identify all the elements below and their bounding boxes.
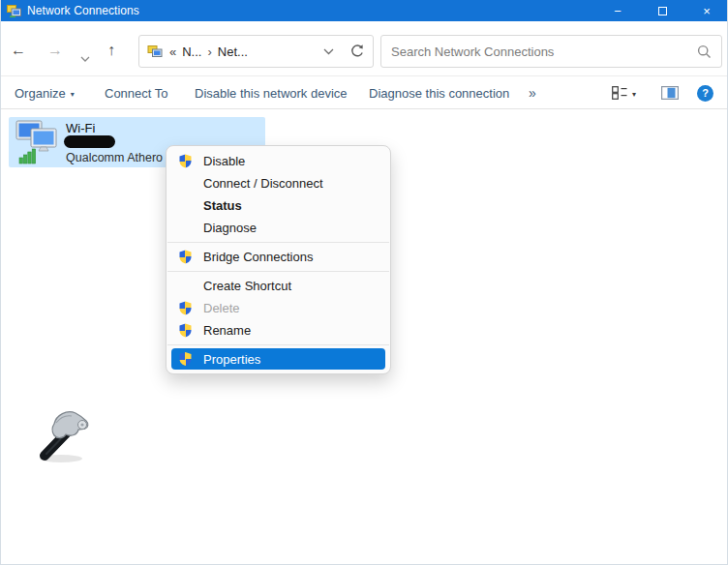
help-icon: ? bbox=[697, 85, 713, 102]
search-box bbox=[380, 35, 722, 68]
maximize-icon bbox=[658, 7, 667, 15]
menu-item-label: Disable bbox=[203, 154, 245, 168]
breadcrumb-separator: › bbox=[207, 45, 211, 59]
preview-pane-icon bbox=[661, 86, 679, 100]
uac-shield-icon bbox=[178, 250, 193, 264]
menu-item-create-shortcut[interactable]: Create Shortcut bbox=[167, 275, 390, 297]
menu-item-diagnose[interactable]: Diagnose bbox=[167, 217, 390, 239]
menu-item-properties[interactable]: Properties bbox=[171, 348, 385, 370]
menu-item-label: Rename bbox=[203, 323, 251, 338]
menu-item-label: Create Shortcut bbox=[203, 279, 291, 293]
menu-item-label: Delete bbox=[203, 301, 240, 315]
forward-button[interactable]: → bbox=[47, 42, 63, 59]
window-title: Network Connections bbox=[27, 4, 139, 17]
help-button[interactable]: ? bbox=[697, 77, 713, 108]
view-caret-icon: ▾ bbox=[632, 90, 636, 99]
adapter-name: Wi-Fi bbox=[66, 121, 95, 135]
menu-item-delete[interactable]: Delete bbox=[167, 297, 390, 319]
maximize-button[interactable] bbox=[640, 0, 684, 21]
search-icon bbox=[697, 45, 712, 59]
menu-item-label: Connect / Disconnect bbox=[203, 176, 323, 191]
address-location-icon bbox=[147, 44, 163, 59]
uac-shield-icon bbox=[178, 154, 193, 168]
disable-device-label: Disable this network device bbox=[195, 86, 348, 101]
search-input[interactable] bbox=[391, 45, 697, 59]
view-options-button[interactable]: ▾ bbox=[612, 77, 636, 108]
menu-item-disable[interactable]: Disable bbox=[167, 150, 390, 172]
network-adapter-icon bbox=[15, 120, 61, 167]
breadcrumb-item[interactable]: N... bbox=[182, 45, 201, 59]
diagnose-label: Diagnose this connection bbox=[369, 86, 509, 101]
menu-separator bbox=[167, 242, 389, 243]
adapter-vendor: Qualcomm Athero bbox=[66, 151, 163, 164]
menu-item-label: Diagnose bbox=[203, 221, 257, 235]
preview-pane-button[interactable] bbox=[661, 77, 679, 108]
menu-item-rename[interactable]: Rename bbox=[167, 319, 390, 342]
refresh-icon[interactable] bbox=[349, 44, 365, 59]
diagnose-connection-button[interactable]: Diagnose this connection bbox=[369, 77, 509, 108]
uac-shield-icon bbox=[178, 323, 193, 338]
up-button[interactable]: ↑ bbox=[107, 42, 115, 59]
uac-shield-icon bbox=[178, 301, 193, 315]
menu-item-label: Status bbox=[203, 198, 242, 213]
menu-item-label: Properties bbox=[203, 352, 260, 367]
organize-label: Organize bbox=[15, 86, 66, 101]
menu-separator bbox=[167, 344, 389, 345]
view-layout-icon bbox=[612, 86, 627, 100]
title-bar: Network Connections − × bbox=[1, 0, 728, 21]
breadcrumb-overflow[interactable]: « bbox=[169, 45, 176, 59]
overflow-chevrons: » bbox=[529, 85, 536, 101]
menu-item-connect-disconnect[interactable]: Connect / Disconnect bbox=[167, 172, 390, 194]
menu-item-bridge-connections[interactable]: Bridge Connections bbox=[167, 246, 390, 268]
address-bar[interactable]: « N... › Net... bbox=[138, 35, 374, 68]
back-button[interactable]: ← bbox=[11, 42, 26, 59]
redacted-network-name bbox=[64, 135, 115, 148]
minimize-button[interactable]: − bbox=[595, 0, 640, 21]
command-toolbar: Organize ▾ Connect To Disable this netwo… bbox=[1, 77, 728, 109]
context-menu: Disable Connect / Disconnect Status Diag… bbox=[166, 145, 391, 374]
organize-menu-button[interactable]: Organize ▾ bbox=[15, 77, 75, 108]
menu-item-status[interactable]: Status bbox=[167, 194, 390, 217]
address-dropdown-chevron-icon[interactable] bbox=[323, 48, 334, 55]
connect-to-label: Connect To bbox=[105, 86, 168, 101]
disable-network-device-button[interactable]: Disable this network device bbox=[195, 77, 348, 108]
menu-separator bbox=[167, 271, 389, 272]
hammer-cursor-icon bbox=[34, 406, 102, 470]
organize-caret-icon: ▾ bbox=[71, 90, 75, 99]
menu-item-label: Bridge Connections bbox=[203, 250, 313, 264]
recent-locations-chevron-icon[interactable] bbox=[80, 48, 90, 66]
uac-shield-icon bbox=[178, 352, 193, 367]
close-button[interactable]: × bbox=[684, 0, 728, 21]
network-connections-icon bbox=[7, 4, 21, 18]
breadcrumb-item-current[interactable]: Net... bbox=[218, 45, 248, 59]
toolbar-overflow-button[interactable]: » bbox=[529, 77, 536, 108]
signal-bars-icon bbox=[19, 149, 36, 164]
connect-to-button[interactable]: Connect To bbox=[105, 77, 168, 108]
